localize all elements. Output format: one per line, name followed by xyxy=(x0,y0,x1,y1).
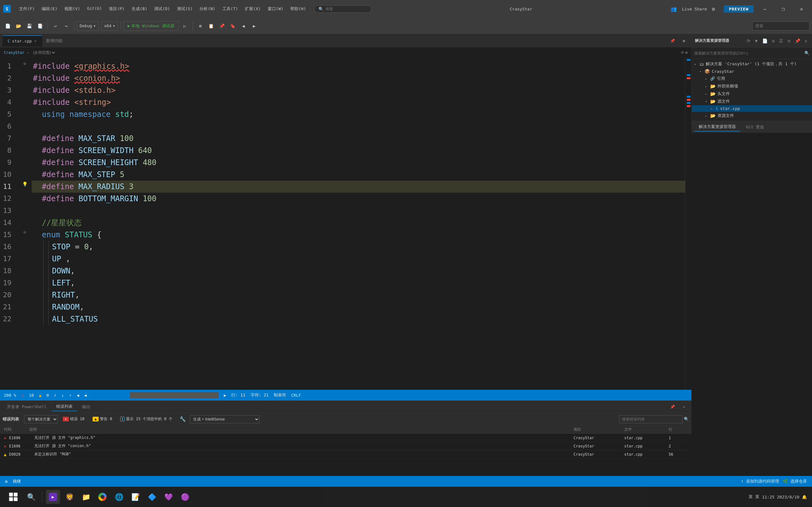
taskbar-app7-icon[interactable]: 🟣 xyxy=(178,490,192,504)
se-search-icon[interactable]: 🔍 xyxy=(804,51,809,55)
code-editor[interactable]: 1 2 3 4 5 6 7 8 9 10 11 12 13 14 xyxy=(0,58,692,390)
menu-test[interactable]: 测试(S) xyxy=(174,5,196,13)
toolbar-btn-5[interactable]: ◀ xyxy=(239,21,249,31)
status-nav-icon[interactable]: ⚡ xyxy=(69,393,72,398)
undo-btn[interactable]: ↩ xyxy=(50,21,61,31)
tree-crasystar[interactable]: ▾ 📦 CrasyStar xyxy=(692,68,812,75)
open-btn[interactable]: 📂 xyxy=(13,21,23,31)
taskbar-note-icon[interactable]: 📝 xyxy=(129,490,142,504)
filter-results-btn[interactable]: 🔧 xyxy=(177,414,188,424)
se-tab-explorer[interactable]: 解决方案资源管理器 xyxy=(694,123,740,131)
add-source-control-btn[interactable]: ↑ 添加到源代码管理 xyxy=(741,478,779,484)
taskbar-folder-icon[interactable]: 📁 xyxy=(79,490,93,504)
status-warning-count[interactable]: 0 xyxy=(46,393,49,398)
tree-sources[interactable]: ▾ 📂 源文件 xyxy=(692,98,812,105)
menu-view[interactable]: 视图(V) xyxy=(61,5,83,13)
menu-git[interactable]: Git(G) xyxy=(84,5,105,13)
menu-help[interactable]: 帮助(H) xyxy=(287,5,309,13)
status-scroll-right[interactable]: ▶ xyxy=(223,393,226,398)
status-scroll-left[interactable]: ◀ xyxy=(84,393,87,398)
save-btn[interactable]: 💾 xyxy=(24,21,34,31)
se-new-file-btn[interactable]: 📄 xyxy=(761,38,769,44)
search-toolbar-input[interactable] xyxy=(752,21,809,31)
breadcrumb-sync-icon[interactable]: ⟳ xyxy=(681,50,684,55)
toolbar-btn-1[interactable]: ⊞ xyxy=(195,21,206,31)
status-encoding[interactable]: CRLF xyxy=(291,393,301,398)
error-row-2[interactable]: ✕ E1696 无法打开 源 文件 "conion.h" CrasyStar s… xyxy=(0,442,692,450)
se-show-all-btn[interactable]: ☰ xyxy=(777,38,785,44)
menu-extensions[interactable]: 扩展(X) xyxy=(242,5,264,13)
status-char[interactable]: 字符: 21 xyxy=(251,392,269,398)
editor-settings-btn[interactable]: ⚙ xyxy=(679,36,689,46)
se-tab-git[interactable]: Git 更改 xyxy=(742,123,768,131)
menu-window[interactable]: 窗口(W) xyxy=(264,5,287,13)
platform-dropdown[interactable]: x64 ▾ xyxy=(101,21,118,31)
start-without-debug-btn[interactable]: ▷ xyxy=(180,21,190,31)
status-nav-up[interactable]: ↑ xyxy=(54,393,56,398)
breadcrumb-expand-icon[interactable]: ⊞ xyxy=(686,50,688,55)
se-pin-btn[interactable]: 📌 xyxy=(793,38,802,44)
menu-bar[interactable]: 文件(F) 编辑(E) 视图(V) Git(G) 项目(P) 生成(B) 调试(… xyxy=(16,5,309,13)
breadcrumb-scope-select[interactable]: (全局范围) xyxy=(32,50,56,55)
menu-file[interactable]: 文件(F) xyxy=(16,5,38,13)
redo-btn[interactable]: ↪ xyxy=(61,21,71,31)
taskbar-chrome-icon[interactable] xyxy=(96,490,109,504)
taskbar-app6-icon[interactable]: 💜 xyxy=(161,490,175,504)
error-count-btn[interactable]: ✕ 错误 10 xyxy=(60,416,88,422)
settings-icon[interactable]: ⚙ xyxy=(712,6,715,12)
se-filter-btn[interactable]: ▼ xyxy=(753,38,759,44)
preview-button[interactable]: PREVIEW xyxy=(724,5,754,13)
se-prop-btn[interactable]: ⚙ xyxy=(770,38,776,44)
menu-analyze[interactable]: 分析(N) xyxy=(196,5,218,13)
tree-star-cpp[interactable]: ▸ C star.cpp xyxy=(692,105,812,112)
menu-edit[interactable]: 编辑(E) xyxy=(38,5,60,13)
error-row-1[interactable]: ✕ E1696 无法打开 源 文件 "graphics.h" CrasyStar… xyxy=(0,434,692,442)
status-line[interactable]: 行: 11 xyxy=(231,392,245,398)
status-error-count[interactable]: 10 xyxy=(29,393,34,398)
toolbar-btn-2[interactable]: 📋 xyxy=(206,21,216,31)
taskbar-edge-icon[interactable]: 🌐 xyxy=(112,490,126,504)
panel-pin-btn[interactable]: 📌 xyxy=(667,402,677,412)
toolbar-btn-3[interactable]: 📌 xyxy=(217,21,227,31)
se-close-btn[interactable]: ✕ xyxy=(803,38,809,44)
tree-ext-deps[interactable]: ▸ 📂 外部依赖项 xyxy=(692,82,812,90)
warning-count-btn[interactable]: ▲ 警告 0 xyxy=(90,416,115,422)
status-nav2[interactable]: ◀ xyxy=(77,393,79,398)
error-search-input[interactable] xyxy=(619,415,682,424)
menu-build[interactable]: 生成(B) xyxy=(129,5,150,13)
tab-output[interactable]: 输出 xyxy=(78,403,95,411)
code-lines[interactable]: #include <graphics.h> #include <conion.h… xyxy=(29,58,685,390)
tree-solution-root[interactable]: ▸ 🗂 解决方案 'CrasyStar' (1 个项目，共 1 个) xyxy=(692,60,812,68)
debug-config-dropdown[interactable]: Debug ▾ xyxy=(77,21,99,31)
lightbulb-icon-11[interactable]: 💡 xyxy=(22,178,28,190)
tree-refs[interactable]: ▸ 🔗 引用 xyxy=(692,75,812,82)
build-filter-select[interactable]: 生成 + IntelliSense xyxy=(190,415,259,424)
scroll-progress-bar[interactable] xyxy=(92,392,130,398)
breadcrumb-project[interactable]: CrasyStar xyxy=(4,50,24,55)
toolbar-btn-6[interactable]: ▶ xyxy=(249,21,259,31)
windows-start-btn[interactable] xyxy=(5,489,21,505)
taskbar-ime[interactable]: 英 xyxy=(755,494,759,500)
collapse-icon-1[interactable]: ⊟ xyxy=(23,58,26,70)
status-format[interactable]: 制表符 xyxy=(274,392,286,398)
se-sync-btn[interactable]: ⟳ xyxy=(745,38,752,44)
error-search-icon[interactable]: 🔍 xyxy=(684,417,689,421)
maximize-button[interactable]: ❐ xyxy=(776,3,791,14)
close-button[interactable]: ✕ xyxy=(794,3,809,14)
taskbar-app5-icon[interactable]: 🔷 xyxy=(145,490,159,504)
error-scope-select[interactable]: 整个解决方案 xyxy=(24,415,58,424)
new-file-btn[interactable]: 📄 xyxy=(3,21,13,31)
taskbar-search-btn[interactable]: 🔍 xyxy=(24,490,38,504)
tree-headers[interactable]: ▸ 📂 头文件 xyxy=(692,90,812,98)
collapse-icon-15[interactable]: ⊟ xyxy=(23,226,26,238)
tab-error-list[interactable]: 错误列表 xyxy=(52,402,77,411)
taskbar-vs-icon[interactable]: ▶ xyxy=(46,490,60,504)
title-search-input[interactable] xyxy=(325,7,363,11)
menu-project[interactable]: 项目(P) xyxy=(106,5,128,13)
tab-close-icon[interactable]: ✕ xyxy=(34,38,37,44)
panel-close-btn[interactable]: ✕ xyxy=(679,402,689,412)
tab-star-cpp[interactable]: C star.cpp ✕ xyxy=(3,35,42,47)
menu-tools[interactable]: 工具(T) xyxy=(219,5,241,13)
select-repo-btn[interactable]: 🌿 选择仓库 xyxy=(783,478,807,484)
tree-resources[interactable]: ▸ 📂 资源文件 xyxy=(692,112,812,119)
